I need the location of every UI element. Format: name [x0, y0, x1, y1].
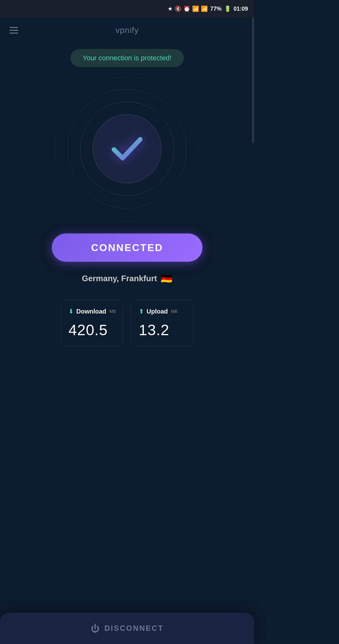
battery-icon: 🔋: [224, 5, 231, 12]
protection-message: Your connection is protected!: [83, 54, 172, 62]
signal-icon: 📶: [201, 5, 208, 12]
location-display: Germany, Frankfurt 🇩🇪: [82, 273, 172, 284]
upload-header: ⬆ Upload MB: [139, 308, 187, 315]
upload-icon: ⬆: [139, 308, 144, 315]
location-name: Germany, Frankfurt: [82, 274, 157, 283]
stats-row: ⬇ Download MB 420.5 ⬆ Upload MB 13.2: [51, 300, 203, 346]
power-icon: ⏻: [91, 623, 100, 634]
hamburger-line-3: [9, 33, 18, 34]
download-label: Download: [76, 308, 106, 315]
app-title: vpnify: [116, 25, 139, 35]
status-icons: ★ 🔇 ⏰ 📶 📶: [168, 5, 208, 12]
status-bar: ★ 🔇 ⏰ 📶 📶 77% 🔋 01:09: [0, 0, 254, 18]
upload-unit: MB: [171, 309, 178, 314]
upload-label: Upload: [147, 308, 168, 315]
upload-value: 13.2: [139, 321, 187, 339]
download-value: 420.5: [68, 321, 117, 339]
connected-label: CONNECTED: [91, 242, 163, 254]
download-icon: ⬇: [68, 308, 74, 315]
bluetooth-icon: ★: [168, 5, 173, 12]
battery-level: 77%: [210, 6, 222, 12]
upload-card: ⬆ Upload MB 13.2: [131, 300, 194, 346]
download-header: ⬇ Download MB: [68, 308, 117, 315]
connection-indicator: [55, 77, 199, 221]
connected-button[interactable]: CONNECTED: [52, 233, 202, 262]
disconnect-bar[interactable]: ⏻ DISCONNECT: [0, 613, 254, 644]
menu-button[interactable]: [9, 27, 18, 34]
hamburger-line-1: [9, 27, 18, 28]
download-unit: MB: [110, 309, 116, 314]
main-content: Your connection is protected! CONNECTED …: [0, 43, 254, 365]
wifi-icon: 📶: [192, 5, 199, 12]
clock: 01:09: [234, 6, 248, 12]
mute-icon: 🔇: [175, 5, 181, 12]
disconnect-label: DISCONNECT: [105, 624, 164, 633]
country-flag: 🇩🇪: [161, 273, 172, 284]
checkmark-container: [102, 124, 152, 174]
protection-badge: Your connection is protected!: [70, 49, 184, 67]
header: vpnify: [0, 18, 254, 43]
checkmark-icon: [108, 130, 146, 168]
download-card: ⬇ Download MB 420.5: [61, 300, 123, 346]
hamburger-line-2: [9, 30, 18, 31]
alarm-icon: ⏰: [183, 5, 190, 12]
